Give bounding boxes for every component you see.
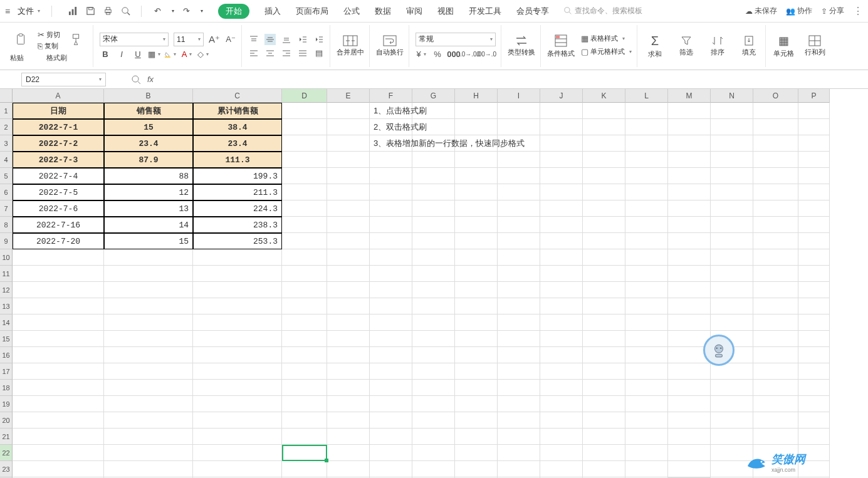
cell-P21[interactable]	[798, 429, 830, 445]
cell-P1[interactable]	[798, 103, 830, 119]
cell-J14[interactable]	[540, 314, 583, 331]
cell-I9[interactable]	[498, 233, 540, 249]
cell-B11[interactable]	[104, 266, 193, 282]
row-header-20[interactable]: 20	[0, 412, 13, 429]
cell-F13[interactable]	[370, 298, 412, 314]
cell-G10[interactable]	[412, 249, 455, 266]
cell-E2[interactable]	[327, 119, 370, 135]
cell-K9[interactable]	[583, 233, 625, 249]
cell-M2[interactable]	[668, 119, 711, 135]
italic-icon[interactable]: I	[116, 49, 127, 60]
cell-E10[interactable]	[327, 249, 370, 266]
row-header-6[interactable]: 6	[0, 184, 13, 200]
cell-G12[interactable]	[412, 282, 455, 298]
cell-M6[interactable]	[668, 184, 711, 200]
spreadsheet-grid[interactable]: ABCDEFGHIJKLMNOP 12345678910111213141516…	[0, 89, 868, 478]
cell-P8[interactable]	[798, 217, 830, 233]
row-header-7[interactable]: 7	[0, 200, 13, 217]
cell-B4[interactable]: 87.9	[104, 152, 193, 168]
cell-O4[interactable]	[753, 152, 798, 168]
cell-M22[interactable]	[668, 445, 711, 461]
cell-E6[interactable]	[327, 184, 370, 200]
cell-G6[interactable]	[412, 184, 455, 200]
cell-H1[interactable]	[455, 103, 498, 119]
redo-icon[interactable]: ↷	[180, 6, 192, 17]
command-search[interactable]: 查找命令、搜索模板	[564, 6, 642, 16]
cell-P7[interactable]	[798, 200, 830, 217]
sort-button[interactable]: 排序	[706, 35, 729, 57]
cell-I1[interactable]	[498, 103, 540, 119]
print-icon[interactable]	[102, 6, 113, 17]
cell-N19[interactable]	[711, 396, 753, 412]
row-header-3[interactable]: 3	[0, 135, 13, 152]
cell-A19[interactable]	[13, 396, 104, 412]
cell-D5[interactable]	[282, 168, 327, 184]
cell-O13[interactable]	[753, 298, 798, 314]
cell-B12[interactable]	[104, 282, 193, 298]
cell-O1[interactable]	[753, 103, 798, 119]
row-header-15[interactable]: 15	[0, 331, 13, 347]
cell-I18[interactable]	[498, 380, 540, 396]
cell-I16[interactable]	[498, 347, 540, 363]
cell-C17[interactable]	[193, 363, 282, 380]
cell-L1[interactable]	[625, 103, 668, 119]
cell-B14[interactable]	[104, 314, 193, 331]
cell-P17[interactable]	[798, 363, 830, 380]
cell-O7[interactable]	[753, 200, 798, 217]
wrap-button[interactable]: 自动换行	[376, 35, 404, 57]
cell-P13[interactable]	[798, 298, 830, 314]
cell-O20[interactable]	[753, 412, 798, 429]
cell-M12[interactable]	[668, 282, 711, 298]
cell-I23[interactable]	[498, 461, 540, 477]
cell-P11[interactable]	[798, 266, 830, 282]
cell-N6[interactable]	[711, 184, 753, 200]
cell-P20[interactable]	[798, 412, 830, 429]
decrease-indent-icon[interactable]	[297, 34, 308, 45]
cell-B21[interactable]	[104, 429, 193, 445]
cell-A1[interactable]: 日期	[13, 103, 104, 119]
select-all-corner[interactable]	[0, 89, 13, 103]
cell-M14[interactable]	[668, 314, 711, 331]
cell-N3[interactable]	[711, 135, 753, 152]
decrease-font-icon[interactable]: A⁻	[225, 34, 236, 45]
cell-J17[interactable]	[540, 363, 583, 380]
cell-B1[interactable]: 销售额	[104, 103, 193, 119]
cell-G23[interactable]	[412, 461, 455, 477]
cell-P16[interactable]	[798, 347, 830, 363]
coop-button[interactable]: 👥 协作	[786, 6, 812, 16]
cell-B10[interactable]	[104, 249, 193, 266]
cell-F8[interactable]	[370, 217, 412, 233]
cell-K13[interactable]	[583, 298, 625, 314]
cell-I6[interactable]	[498, 184, 540, 200]
cell-D21[interactable]	[282, 429, 327, 445]
cell-L12[interactable]	[625, 282, 668, 298]
cell-A18[interactable]	[13, 380, 104, 396]
assistant-avatar[interactable]	[703, 335, 735, 366]
cell-B19[interactable]	[104, 396, 193, 412]
col-header-H[interactable]: H	[455, 89, 498, 103]
cell-O5[interactable]	[753, 168, 798, 184]
cell-N5[interactable]	[711, 168, 753, 184]
cell-O12[interactable]	[753, 282, 798, 298]
cell-L10[interactable]	[625, 249, 668, 266]
cells-button[interactable]: ▦单元格	[772, 34, 795, 58]
cell-J3[interactable]	[540, 135, 583, 152]
cell-O14[interactable]	[753, 314, 798, 331]
cell-A7[interactable]: 2022-7-6	[13, 200, 104, 217]
cell-F4[interactable]	[370, 152, 412, 168]
row-header-14[interactable]: 14	[0, 314, 13, 331]
cell-O3[interactable]	[753, 135, 798, 152]
cell-C21[interactable]	[193, 429, 282, 445]
cell-J4[interactable]	[540, 152, 583, 168]
cell-N7[interactable]	[711, 200, 753, 217]
col-header-F[interactable]: F	[370, 89, 412, 103]
col-header-I[interactable]: I	[498, 89, 540, 103]
cell-L17[interactable]	[625, 363, 668, 380]
cell-C22[interactable]	[193, 445, 282, 461]
cell-P15[interactable]	[798, 331, 830, 347]
font-name-select[interactable]: 宋体▾	[100, 33, 169, 46]
cell-F21[interactable]	[370, 429, 412, 445]
cell-C8[interactable]: 238.3	[193, 217, 282, 233]
cell-H8[interactable]	[455, 217, 498, 233]
cell-N10[interactable]	[711, 249, 753, 266]
